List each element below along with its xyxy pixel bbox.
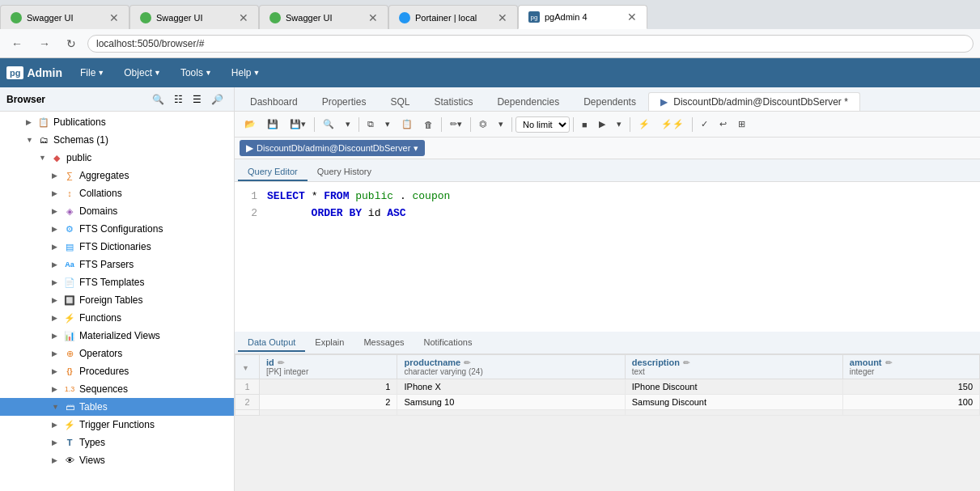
edit-icon-amount[interactable]: ✏ [885,358,892,367]
tab-pgadmin[interactable]: pg pgAdmin 4 ✕ [518,5,647,29]
toolbar-search-button[interactable]: 🔍 [318,116,339,132]
toolbar-edit-button[interactable]: ✏▾ [445,116,467,132]
tree-item-collations[interactable]: ▶ ↕ Collations [0,184,234,202]
cell-empty-amount [842,410,979,416]
tab-favicon-3 [269,12,281,23]
toolbar-save-button[interactable]: 💾 [262,116,283,132]
toolbar-run-button[interactable]: ▶ [594,116,610,132]
toolbar-filter-button[interactable]: ⏣ [474,116,492,132]
toolbar-rollback-button[interactable]: ↩ [715,116,732,132]
separator-6 [573,117,574,132]
toolbar-filter-dropdown-button[interactable]: ▾ [494,116,508,132]
browser-list-button[interactable]: ☰ [189,91,206,108]
tree-item-publications[interactable]: ▶ 📋 Publications [0,113,234,131]
edit-icon-description[interactable]: ✏ [683,358,689,367]
cell-id-1: 1 [260,379,397,395]
toolbar-commit-button[interactable]: ✓ [696,116,713,132]
domains-icon: ◈ [63,205,76,218]
tab-notifications[interactable]: Notifications [414,334,482,352]
tree-item-fts-dict[interactable]: ▶ ▤ FTS Dictionaries [0,238,234,256]
reload-button[interactable]: ↻ [62,36,81,52]
tree-item-domains[interactable]: ▶ ◈ Domains [0,202,234,220]
tree-item-schemas[interactable]: ▼ 🗂 Schemas (1) [0,131,234,149]
tab-properties[interactable]: Properties [310,92,379,111]
tree-item-fts-templates[interactable]: ▶ 📄 FTS Templates [0,273,234,291]
menu-help[interactable]: Help ▼ [223,64,269,82]
browser-filter-button[interactable]: 🔎 [207,91,227,108]
tree-item-procedures[interactable]: ▶ {} Procedures [0,362,234,380]
tree-item-public[interactable]: ▼ ◆ public [0,149,234,167]
back-button[interactable]: ← [6,36,28,52]
tree-item-foreign-tables[interactable]: ▶ 🔲 Foreign Tables [0,291,234,309]
separator-2 [358,117,359,132]
tab-swagger-2[interactable]: Swagger UI ✕ [129,5,259,29]
tab-dashboard[interactable]: Dashboard [238,92,310,111]
tree-item-operators[interactable]: ▶ ⊕ Operators [0,345,234,362]
no-limit-select[interactable]: No limit [515,116,570,133]
tab-swagger-1[interactable]: Swagger UI ✕ [0,5,129,29]
tree-label-domains: Domains [79,205,117,217]
tree-item-trigger-functions[interactable]: ▶ ⚡ Trigger Functions [0,416,234,434]
tab-close-4[interactable]: ✕ [498,11,507,24]
url-bar[interactable] [87,35,974,53]
tree-item-tables[interactable]: ▼ 🗃 Tables [0,398,234,416]
tab-queryeditor[interactable]: ▶ DiscountDb/admin@DiscountDbServer * [648,92,860,111]
tree-item-types[interactable]: ▶ T Types [0,434,234,451]
toolbar-delete-button[interactable]: 🗑 [419,117,438,132]
db-indicator[interactable]: ▶ DiscountDb/admin@DiscountDbServer ▾ [240,140,425,156]
tab-query-history[interactable]: Query History [308,163,381,181]
toolbar-explain-more-button[interactable]: ⚡⚡ [656,116,689,132]
cell-productname-2: Samsung 10 [397,395,625,410]
tree-item-mat-views[interactable]: ▶ 📊 Materialized Views [0,327,234,345]
tree-label-aggregates: Aggregates [79,170,129,181]
toolbar-run-dropdown-button[interactable]: ▾ [612,116,626,132]
tab-sql[interactable]: SQL [378,92,422,111]
db-tab-label: DiscountDb/admin@DiscountDbServer * [673,96,848,108]
db-indicator-label: DiscountDb/admin@DiscountDbServer [257,143,410,153]
tree-item-aggregates[interactable]: ▶ ∑ Aggregates [0,167,234,184]
db-indicator-icon: ▶ [246,142,253,154]
edit-icon-productname[interactable]: ✏ [464,358,470,367]
toolbar-explain-button[interactable]: ⚡ [634,116,655,132]
tab-dependencies[interactable]: Dependencies [485,92,571,111]
toolbar-save-as-button[interactable]: 💾▾ [285,116,311,132]
table-header-row: ▼ id ✏ [PK] integer [235,355,980,379]
toolbar-open-file-button[interactable]: 📂 [240,116,261,132]
toolbar-paste-button[interactable]: 📋 [397,116,418,132]
browser-grid-button[interactable]: ☷ [170,91,187,108]
query-editor[interactable]: 1 SELECT * FROM public . coupon 2 ORDER … [235,182,980,332]
menu-file[interactable]: File ▼ [72,64,112,82]
tab-swagger-3[interactable]: Swagger UI ✕ [259,5,388,29]
tree-item-fts-config[interactable]: ▶ ⚙ FTS Configurations [0,220,234,238]
toolbar-macro-button[interactable]: ⊞ [733,116,750,132]
tab-query-editor[interactable]: Query Editor [238,163,308,181]
tab-close-3[interactable]: ✕ [368,11,378,24]
toolbar-stop-button[interactable]: ■ [577,117,592,132]
tab-close-5[interactable]: ✕ [627,11,637,23]
tab-statistics[interactable]: Statistics [422,92,485,111]
separator-8 [692,117,693,132]
tab-data-output[interactable]: Data Output [238,334,305,352]
toolbar-copy-button[interactable]: ⧉ [363,116,379,132]
forward-button[interactable]: → [34,36,55,52]
tree-item-views[interactable]: ▶ 👁 Views [0,451,234,469]
tab-close-2[interactable]: ✕ [239,11,248,24]
browser-search-button[interactable]: 🔍 [148,91,168,108]
tab-explain[interactable]: Explain [305,334,354,352]
tree-item-functions[interactable]: ▶ ⚡ Functions [0,309,234,327]
separator-4 [470,117,471,132]
tab-messages[interactable]: Messages [354,334,414,352]
toolbar-copy-dropdown-button[interactable]: ▾ [380,116,395,132]
tab-close-1[interactable]: ✕ [109,11,119,24]
edit-icon-id[interactable]: ✏ [278,358,284,367]
menu-object[interactable]: Object ▼ [116,64,169,82]
toolbar-search-dropdown-button[interactable]: ▾ [341,116,355,132]
tree-item-fts-parsers[interactable]: ▶ Aa FTS Parsers [0,256,234,273]
tab-dependents[interactable]: Dependents [571,92,648,111]
tree-label-views: Views [79,455,105,466]
query-indent [267,207,312,219]
menu-tools[interactable]: Tools ▼ [172,64,220,82]
tab-portainer[interactable]: Portainer | local ✕ [388,5,518,29]
tree-label-mat-views: Materialized Views [79,330,160,341]
tree-item-sequences[interactable]: ▶ 1.3 Sequences [0,380,234,398]
